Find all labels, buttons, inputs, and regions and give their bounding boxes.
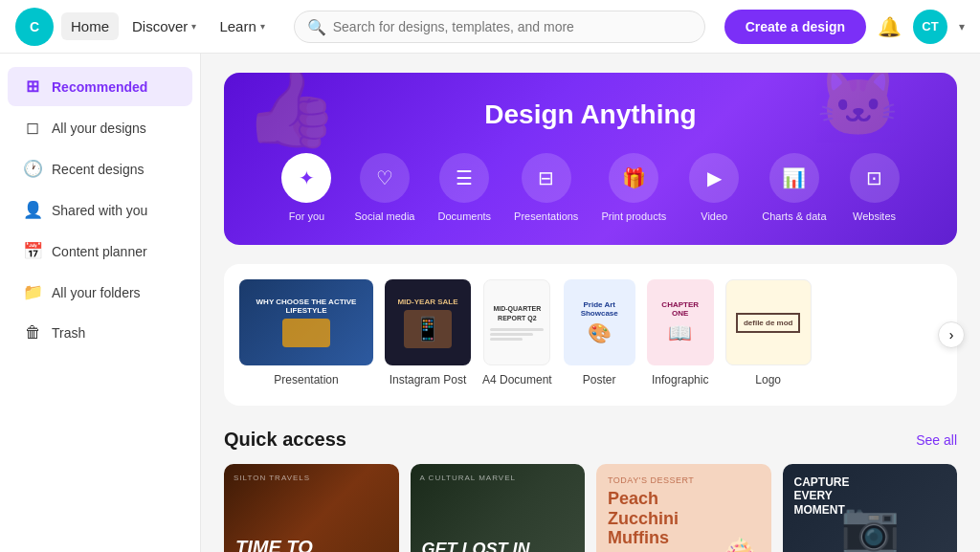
- template-infographic[interactable]: CHAPTER ONE 📖 Infographic: [647, 279, 714, 386]
- notification-bell-icon[interactable]: 🔔: [878, 15, 902, 38]
- video-icon: ▶: [707, 166, 722, 189]
- hero-icon-for-you[interactable]: ✦ For you: [281, 153, 331, 222]
- presentation-icon: ⊟: [538, 166, 554, 189]
- hero-deco-thumbs: 👍: [243, 73, 339, 153]
- logo-text: C: [30, 19, 39, 34]
- travels-text: TIME TOGET LOST: [224, 527, 399, 552]
- hero-icon-video[interactable]: ▶ Video: [689, 153, 739, 222]
- trash-icon: 🗑: [23, 323, 42, 342]
- template-a4-document[interactable]: MID-QUARTER REPORT Q2 A4 Document: [482, 279, 552, 386]
- template-presentation[interactable]: WHY CHOOSE THE ACTIVE LIFESTYLE Presenta…: [239, 279, 373, 386]
- hero-icon-websites[interactable]: ⊡ Websites: [850, 153, 900, 222]
- template-instagram-post[interactable]: MID-YEAR SALE 📱 Instagram Post: [385, 279, 471, 386]
- templates-row: WHY CHOOSE THE ACTIVE LIFESTYLE Presenta…: [239, 279, 942, 386]
- sidebar-item-folders[interactable]: 📁 All your folders: [8, 273, 192, 312]
- travels-big-label: TIME TOGET LOST: [235, 537, 388, 552]
- document-icon: ☰: [456, 166, 473, 189]
- quick-access-grid: Silton Travels TIME TOGET LOST A Cultura…: [224, 464, 957, 552]
- stockholm-big-label: GET LOST INSTOCKHOLM: [422, 541, 574, 552]
- hero-icon-row: ✦ For you ♡ Social media ☰ Documents: [255, 153, 926, 222]
- learn-chevron-icon: ▾: [260, 21, 265, 32]
- web-icon: ⊡: [866, 166, 882, 189]
- quick-card-travels[interactable]: Silton Travels TIME TOGET LOST: [224, 464, 399, 552]
- template-poster[interactable]: Pride Art Showcase 🎨 Poster: [564, 279, 635, 386]
- search-wrap: 🔍: [294, 11, 705, 43]
- discover-chevron-icon: ▾: [191, 21, 196, 32]
- all-designs-icon: ◻: [23, 118, 42, 138]
- see-all-button[interactable]: See all: [916, 432, 957, 448]
- layout: ⊞ Recommended ◻ All your designs 🕐 Recen…: [0, 54, 980, 552]
- nav-discover[interactable]: Discover ▾: [122, 12, 206, 40]
- muffins-title: PeachZucchiniMuffins: [608, 489, 694, 548]
- avatar[interactable]: CT: [913, 10, 947, 44]
- hero-deco-cat: 🐱: [816, 73, 900, 142]
- templates-next-arrow[interactable]: ›: [938, 321, 965, 348]
- profile-chevron-icon[interactable]: ▾: [959, 20, 965, 33]
- quick-card-stockholm[interactable]: A Cultural Marvel GET LOST INSTOCKHOLM: [411, 464, 586, 552]
- template-logo[interactable]: defile de mod Logo: [725, 279, 812, 386]
- search-input[interactable]: [294, 11, 705, 43]
- quick-card-muffins[interactable]: TODAY'S DESSERT PeachZucchiniMuffins 🧁: [596, 464, 771, 552]
- recommended-icon: ⊞: [23, 77, 42, 97]
- gift-icon: 🎁: [622, 166, 646, 189]
- create-design-button[interactable]: Create a design: [724, 10, 866, 44]
- chart-icon: 📊: [782, 166, 806, 189]
- sidebar: ⊞ Recommended ◻ All your designs 🕐 Recen…: [0, 54, 201, 552]
- stockholm-small-label: A Cultural Marvel: [420, 474, 576, 482]
- search-icon: 🔍: [307, 17, 326, 35]
- header-right: Create a design 🔔 CT ▾: [724, 10, 965, 44]
- heart-icon: ♡: [376, 166, 393, 189]
- header: C Home Discover ▾ Learn ▾ 🔍 Create a des…: [0, 0, 980, 54]
- main-content: 👍 🐱 Design Anything ✦ For you ♡ Social m…: [201, 54, 980, 552]
- sidebar-item-trash[interactable]: 🗑 Trash: [8, 314, 192, 352]
- hero-icon-social-media[interactable]: ♡ Social media: [354, 153, 414, 222]
- hero-banner: 👍 🐱 Design Anything ✦ For you ♡ Social m…: [224, 73, 957, 245]
- calendar-icon: 📅: [23, 241, 42, 261]
- quick-access-header: Quick access See all: [224, 429, 957, 451]
- hero-icon-documents[interactable]: ☰ Documents: [437, 153, 491, 222]
- canva-logo[interactable]: C: [15, 8, 54, 46]
- sidebar-item-recommended[interactable]: ⊞ Recommended: [8, 67, 192, 106]
- muffins-text: TODAY'S DESSERT PeachZucchiniMuffins: [608, 475, 694, 548]
- muffin-emoji: 🧁: [716, 536, 764, 552]
- hero-icon-charts[interactable]: 📊 Charts & data: [762, 153, 826, 222]
- travels-small-label: Silton Travels: [234, 474, 390, 482]
- hero-icon-print-products[interactable]: 🎁 Print products: [601, 153, 666, 222]
- nav-home[interactable]: Home: [61, 12, 119, 40]
- quick-access-title: Quick access: [224, 429, 346, 451]
- capture-text: CAPTUREEVERYMOMENT: [794, 475, 947, 517]
- nav-learn[interactable]: Learn ▾: [210, 12, 274, 40]
- main-nav: Home Discover ▾ Learn ▾: [61, 12, 275, 40]
- sidebar-item-recent[interactable]: 🕐 Recent designs: [8, 149, 192, 188]
- quick-access-section: Quick access See all Silton Travels TIME…: [224, 429, 957, 552]
- capture-label: CAPTUREEVERYMOMENT: [794, 475, 947, 517]
- sidebar-item-planner[interactable]: 📅 Content planner: [8, 232, 192, 271]
- folder-icon: 📁: [23, 282, 42, 302]
- templates-strip: WHY CHOOSE THE ACTIVE LIFESTYLE Presenta…: [224, 264, 957, 406]
- sidebar-item-all-designs[interactable]: ◻ All your designs: [8, 108, 192, 147]
- clock-icon: 🕐: [23, 159, 42, 179]
- stockholm-text: GET LOST INSTOCKHOLM: [411, 531, 586, 552]
- shared-icon: 👤: [23, 200, 42, 220]
- sidebar-item-shared[interactable]: 👤 Shared with you: [8, 190, 192, 230]
- quick-card-capture[interactable]: 📷 CAPTUREEVERYMOMENT: [783, 464, 958, 552]
- star-icon: ✦: [299, 166, 315, 189]
- hero-icon-presentations[interactable]: ⊟ Presentations: [514, 153, 578, 222]
